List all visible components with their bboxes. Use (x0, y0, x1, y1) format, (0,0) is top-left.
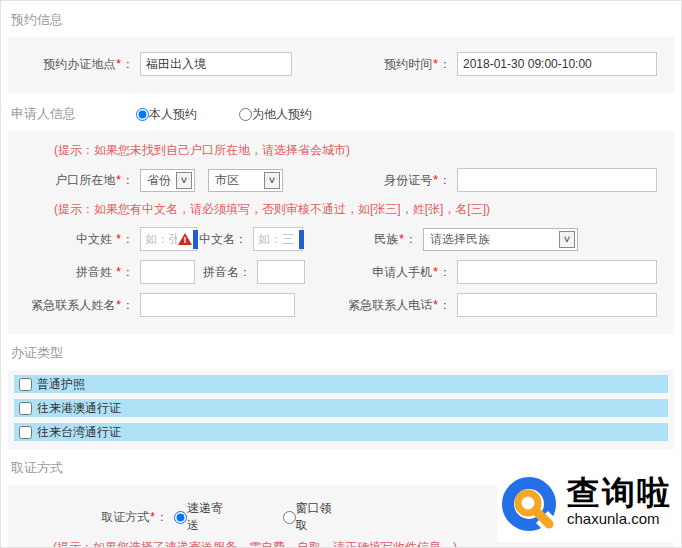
magnifier-q-icon (501, 474, 565, 538)
hukou-hint: (提示：如果您未找到自己户口所在地，请选择省会城市) (54, 142, 674, 159)
emergency-name-label: 紧急联系人姓名*： (8, 297, 140, 314)
booking-band: 预约办证地点*： 预约时间*： (8, 37, 674, 93)
appointment-form-page: 预约信息 预约办证地点*： 预约时间*： 申请人信息 本人预约 为他人预约 (提… (0, 0, 682, 548)
ethnicity-select[interactable]: 请选择民族˅ (423, 228, 578, 251)
applicant-phone-label: 申请人手机*： (343, 264, 457, 281)
applicant-phone-input[interactable] (457, 260, 657, 284)
text-caret (299, 230, 304, 249)
watermark-brand: 查询啦 (567, 474, 672, 512)
hukou-label: 户口所在地*： (8, 172, 140, 189)
radio-window-pickup[interactable]: 窗口领取 (283, 500, 344, 534)
radio-express-delivery-input[interactable] (174, 511, 187, 524)
cert-type-band: 普通护照 往来港澳通行证 往来台湾通行证 (8, 370, 674, 449)
chaxunla-watermark: 查询啦 chaxunla.com (497, 470, 678, 542)
booking-time-input[interactable] (457, 52, 657, 76)
booking-location-input[interactable] (140, 52, 292, 76)
booking-location-label: 预约办证地点*： (8, 56, 140, 73)
cn-givenname-label: 中文名： (197, 231, 253, 248)
chevron-down-icon: ˅ (264, 172, 280, 189)
text-caret (193, 230, 198, 249)
applicant-header: 申请人信息 本人预约 为他人预约 (1, 93, 681, 131)
cert-option-passport[interactable]: 普通护照 (14, 375, 668, 393)
radio-window-pickup-input[interactable] (283, 511, 296, 524)
watermark-text: 查询啦 chaxunla.com (567, 474, 672, 527)
province-select[interactable]: 省份˅ (140, 169, 195, 192)
watermark-domain: chaxunla.com (567, 510, 672, 527)
py-givenname-input[interactable] (257, 260, 305, 284)
emergency-phone-label: 紧急联系人电话*： (343, 297, 457, 314)
section-title-cert-type: 办证类型 (1, 334, 681, 370)
emergency-name-input[interactable] (140, 293, 295, 317)
section-title-booking: 预约信息 (1, 1, 681, 37)
chinese-name-hint: (提示：如果您有中文名，请必须填写，否则审核不通过，如[张三]，姓[张]，名[三… (54, 201, 674, 218)
id-number-label: 身份证号*： (343, 172, 457, 189)
radio-express-delivery[interactable]: 速递寄送 (174, 500, 235, 534)
chevron-down-icon: ˅ (559, 231, 575, 248)
emergency-phone-input[interactable] (457, 293, 657, 317)
radio-other-booking-input[interactable] (239, 108, 252, 121)
section-title-applicant: 申请人信息 (11, 105, 136, 123)
py-surname-input[interactable] (140, 260, 195, 284)
ethnicity-label: 民族*： (343, 231, 423, 248)
warning-icon: ! (178, 233, 192, 245)
cn-givenname-input[interactable]: 如：三 (253, 227, 303, 251)
cert-option-hkmacau-checkbox[interactable] (19, 402, 32, 415)
booking-time-label: 预约时间*： (343, 56, 457, 73)
pickup-method-label: 取证方式*： (8, 509, 174, 526)
cert-option-taiwan-checkbox[interactable] (19, 426, 32, 439)
py-surname-label: 拼音姓 *： (8, 264, 140, 281)
cert-option-taiwan[interactable]: 往来台湾通行证 (14, 423, 668, 441)
city-select[interactable]: 市区˅ (208, 169, 283, 192)
py-givenname-label: 拼音名： (195, 264, 257, 281)
radio-self-booking[interactable]: 本人预约 (136, 106, 197, 123)
chevron-down-icon: ˅ (176, 172, 192, 189)
cn-surname-label: 中文姓 *： (8, 231, 140, 248)
applicant-band: (提示：如果您未找到自己户口所在地，请选择省会城市) 户口所在地*： 省份˅ 市… (8, 131, 674, 334)
radio-other-booking[interactable]: 为他人预约 (239, 106, 312, 123)
radio-self-booking-input[interactable] (136, 108, 149, 121)
cn-surname-input[interactable]: 如：张 ! (140, 227, 197, 251)
id-number-input[interactable] (457, 168, 657, 192)
cert-option-hkmacau[interactable]: 往来港澳通行证 (14, 399, 668, 417)
cert-option-passport-checkbox[interactable] (19, 378, 32, 391)
